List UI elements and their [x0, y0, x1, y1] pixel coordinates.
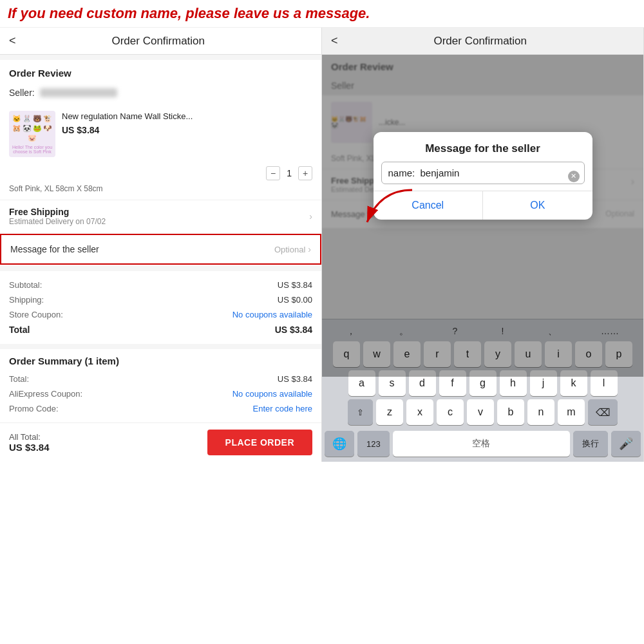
costs-section: Subtotal: US $3.84 Shipping: US $0.00 St…: [0, 266, 321, 344]
message-right: Optional ›: [274, 244, 311, 254]
store-coupon-label: Store Coupon:: [9, 310, 63, 319]
store-coupon-value: No coupons available: [232, 310, 312, 319]
shipping-sub: Estimated Delivery on 07/02: [9, 217, 106, 226]
subtotal-row: Subtotal: US $3.84: [9, 278, 312, 292]
message-dialog: Message for the seller ✕ Cancel OK: [374, 132, 592, 220]
summary-total-label: Total:: [9, 374, 29, 384]
shipping-cost-label: Shipping:: [9, 295, 44, 305]
place-order-button[interactable]: PLACE ORDER: [207, 430, 312, 455]
qty-decrease-button[interactable]: −: [266, 166, 280, 180]
message-for-seller-row[interactable]: Message for the seller Optional ›: [0, 234, 321, 265]
kbd-n[interactable]: n: [527, 399, 554, 425]
dialog-clear-button[interactable]: ✕: [568, 171, 580, 182]
product-variant: Soft Pink, XL 58cm X 58cm: [0, 183, 321, 200]
right-panel: < Order Confirmation Order Review Seller…: [322, 28, 644, 462]
shipping-row[interactable]: Free Shipping Estimated Delivery on 07/0…: [0, 200, 321, 232]
shipping-title: Free Shipping: [9, 207, 106, 217]
product-row: 🐱🐰🐻 🐮🐹🐼 🐸🐶🐷 Hello! The color you choose …: [0, 104, 321, 164]
qty-increase-button[interactable]: +: [298, 166, 312, 180]
keyboard-bottom-row: 🌐 123 空格 换行 🎤: [322, 431, 643, 462]
product-thumbnail: 🐱🐰🐻 🐮🐹🐼 🐸🐶🐷 Hello! The color you choose …: [9, 111, 55, 157]
order-review-label: Order Review: [0, 60, 321, 84]
shipping-chevron-icon: ›: [309, 211, 312, 222]
left-panel: < Order Confirmation Order Review Seller…: [0, 28, 322, 462]
kbd-b[interactable]: b: [497, 399, 524, 425]
product-price: US $3.84: [62, 125, 312, 135]
place-order-bar: All Total: US $3.84 PLACE ORDER: [0, 422, 321, 462]
message-optional: Optional: [274, 245, 305, 254]
kbd-lang-switch-button[interactable]: 换行: [573, 431, 608, 457]
all-total-label: All Total:: [9, 432, 50, 442]
dialog-cancel-button[interactable]: Cancel: [374, 191, 484, 220]
product-name: New regulation Name Wall Sticke...: [62, 111, 312, 122]
total-label: Total: [9, 325, 30, 335]
right-header: < Order Confirmation: [322, 28, 643, 55]
promo-value: Enter code here: [252, 404, 312, 413]
subtotal-label: Subtotal:: [9, 280, 42, 290]
kbd-m[interactable]: m: [558, 399, 585, 425]
dialog-ok-button[interactable]: OK: [483, 191, 592, 220]
store-coupon-row: Store Coupon: No coupons available: [9, 307, 312, 322]
order-summary-section: Order Summary (1 item) Total: US $3.84 A…: [0, 344, 321, 422]
aliexpress-coupon-row: AliExpress Coupon: No coupons available: [9, 386, 312, 401]
top-banner: If you need custom name, please leave us…: [0, 0, 644, 28]
kbd-mic-button[interactable]: 🎤: [611, 431, 641, 457]
dialog-title: Message for the seller: [374, 132, 592, 162]
banner-text: If you need custom name, please leave us…: [8, 5, 370, 21]
shipping-cost-value: US $0.00: [278, 295, 312, 305]
keyboard-row-3: ⇧ z x c v b n m ⌫: [325, 399, 641, 425]
kbd-z[interactable]: z: [376, 399, 403, 425]
kbd-shift-key[interactable]: ⇧: [348, 399, 373, 425]
dialog-overlay: Message for the seller ✕ Cancel OK: [322, 55, 643, 377]
aliexpress-coupon-label: AliExpress Coupon:: [9, 389, 82, 399]
left-header: < Order Confirmation: [0, 28, 321, 55]
qty-value: 1: [287, 168, 292, 178]
dialog-message-input[interactable]: [381, 162, 585, 184]
order-summary-title: Order Summary (1 item): [9, 355, 312, 366]
right-header-title: Order Confirmation: [345, 35, 616, 48]
dialog-buttons: Cancel OK: [374, 191, 592, 220]
summary-total-value: US $3.84: [278, 374, 312, 384]
kbd-v[interactable]: v: [467, 399, 494, 425]
seller-name-blurred: [40, 88, 117, 97]
message-label: Message for the seller: [10, 244, 99, 254]
left-header-title: Order Confirmation: [23, 35, 294, 48]
left-divider-1: [0, 55, 321, 60]
seller-label: Seller:: [9, 88, 35, 98]
kbd-globe-button[interactable]: 🌐: [325, 431, 354, 457]
aliexpress-coupon-value: No coupons available: [232, 389, 312, 399]
total-row: Total US $3.84: [9, 322, 312, 337]
dialog-input-wrap: ✕: [374, 162, 592, 191]
kbd-c[interactable]: c: [437, 399, 464, 425]
kbd-x[interactable]: x: [406, 399, 433, 425]
subtotal-value: US $3.84: [278, 280, 312, 290]
all-total-info: All Total: US $3.84: [9, 432, 50, 453]
left-back-button[interactable]: <: [9, 34, 16, 48]
promo-label: Promo Code:: [9, 404, 59, 413]
message-chevron-icon: ›: [308, 244, 311, 254]
kbd-123-button[interactable]: 123: [357, 431, 390, 457]
kbd-space-button[interactable]: 空格: [393, 431, 570, 457]
right-content-area: Order Review Seller 🐱🐰🐻🐮🐹🐼 ...icke... So…: [322, 55, 643, 377]
total-value: US $3.84: [275, 325, 312, 335]
shipping-info: Free Shipping Estimated Delivery on 07/0…: [9, 207, 106, 226]
shipping-cost-row: Shipping: US $0.00: [9, 292, 312, 307]
product-info: New regulation Name Wall Sticke... US $3…: [62, 111, 312, 135]
promo-row: Promo Code: Enter code here: [9, 401, 312, 416]
summary-total-row: Total: US $3.84: [9, 372, 312, 386]
kbd-backspace-key[interactable]: ⌫: [588, 399, 618, 425]
all-total-amount: US $3.84: [9, 442, 50, 453]
right-back-button[interactable]: <: [331, 34, 338, 48]
quantity-row: − 1 +: [0, 164, 321, 183]
seller-row: Seller:: [0, 84, 321, 104]
